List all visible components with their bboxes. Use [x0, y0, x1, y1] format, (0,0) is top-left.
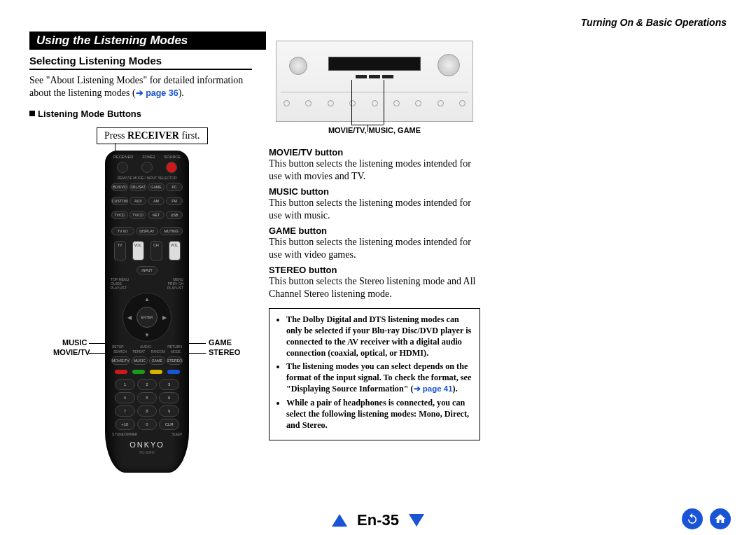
stereo-heading: STEREO button: [269, 265, 480, 275]
rline2: [384, 80, 384, 125]
sl-pl-l: PLAYLIST: [111, 286, 127, 290]
callout-game: GAME: [209, 338, 232, 347]
n7: 7: [115, 405, 135, 417]
game-text: This button selects the listening modes …: [269, 236, 480, 260]
movie-tv-text: This button selects the listening modes …: [269, 158, 480, 182]
rt-source: SOURCE: [164, 155, 181, 159]
left-column: Selecting Listening Modes See "About Lis…: [29, 55, 252, 476]
receiver-divider: [281, 92, 468, 92]
r0c0: BD/DVD: [111, 183, 128, 191]
r1c2: AM: [148, 197, 164, 205]
rline3: [368, 125, 368, 132]
note-2: The listening modes you can select depen…: [286, 361, 472, 395]
knob-left: [289, 57, 307, 75]
color-blue: [167, 370, 180, 374]
press-bold: RECEIVER: [127, 130, 179, 141]
back-icon[interactable]: [682, 508, 703, 529]
br-l: S.TUNE/DIMMER: [112, 433, 137, 436]
remote-brand: ONKYO: [105, 436, 189, 449]
callout-music: MUSIC: [62, 338, 87, 347]
r2c1: TV/CD: [130, 211, 146, 219]
selecting-subheading: Selecting Listening Modes: [29, 55, 252, 70]
ml2: RANDOM: [151, 350, 165, 354]
input-btn: INPUT: [136, 266, 158, 275]
arrow-down-icon: ▼: [144, 332, 150, 338]
rt-receiver: RECEIVER: [113, 155, 133, 159]
r1c1: AUX: [130, 197, 146, 205]
vol-rocker-l: VOL: [132, 241, 144, 260]
page-link-41[interactable]: ➔ page 41: [414, 384, 453, 393]
n3: 3: [159, 379, 179, 390]
n10: +10: [115, 419, 135, 430]
lmb-label: Listening Mode Buttons: [38, 109, 141, 119]
r2c0: TV/CD: [111, 211, 128, 219]
music-heading: MUSIC button: [269, 186, 480, 197]
r0c1: CBL/SAT: [130, 183, 146, 191]
color-yellow: [150, 370, 162, 374]
sl-pl-r: PLAYLIST: [167, 286, 183, 290]
knob-right: [438, 54, 460, 76]
right-column: MOVIE/TV, MUSIC, GAME MOVIE/TV button Th…: [269, 41, 480, 440]
selector-label: REMOTE MODE / INPUT SELECTOR: [105, 176, 189, 180]
prev-page-icon[interactable]: [332, 514, 347, 527]
page-footer: En-35: [332, 511, 424, 529]
color-red: [115, 370, 127, 374]
color-green: [132, 370, 145, 374]
numpad: 123 456 789 +100CLR: [105, 376, 189, 433]
vol-rocker-r: VOL: [169, 241, 181, 260]
bd-return: RETURN: [167, 345, 182, 349]
note-3: While a pair of headphones is connected,…: [286, 398, 472, 431]
press-receiver-box: Press RECEIVER first.: [97, 127, 208, 144]
n4: 4: [115, 392, 135, 403]
music-text: This button selects the listening modes …: [269, 197, 480, 221]
btn-power: [166, 162, 177, 173]
square-bullet-icon: [29, 111, 35, 116]
n9: 9: [159, 405, 179, 417]
remote-body: RECEIVER ZONE2 SOURCE REMOTE MODE / INPU…: [105, 151, 189, 473]
r0c3: PC: [166, 183, 183, 191]
movie-tv-heading: MOVIE/TV button: [269, 147, 480, 158]
br-r: SLEEP: [172, 433, 182, 436]
dpad: ▲ ▼ ◀ ▶ ENTER: [122, 293, 172, 342]
page-number: En-35: [357, 511, 399, 529]
bd-setup: SETUP: [112, 345, 124, 349]
n0: 0: [137, 419, 158, 430]
footer-icons: [682, 508, 731, 529]
mode-music: MUSIC: [132, 356, 148, 365]
page-link-36[interactable]: ➔ page 36: [136, 88, 178, 98]
mode-stereo: STEREO: [167, 356, 183, 365]
r0c2: GAME: [148, 183, 164, 191]
enter-btn: ENTER: [136, 307, 158, 328]
n6: 6: [159, 392, 179, 403]
n1: 1: [115, 379, 135, 390]
receiver-display: [328, 57, 421, 71]
btn-receiver: [117, 162, 128, 173]
rline1: [351, 80, 352, 125]
mode-game: GAME: [149, 356, 165, 365]
nclr: CLR: [159, 419, 179, 430]
ml0: SEARCH: [113, 350, 127, 354]
chapter-title: Turning On & Basic Operations: [581, 17, 727, 28]
r1c3: FM: [166, 197, 183, 205]
n5: 5: [137, 392, 158, 403]
notes-box: The Dolby Digital and DTS listening mode…: [269, 308, 480, 440]
next-page-icon[interactable]: [409, 514, 424, 527]
arrow-right-icon: ▶: [162, 314, 167, 321]
bd-audio: AUDIO: [140, 345, 151, 349]
n8: 8: [137, 405, 158, 417]
mid1: DISPLAY: [136, 227, 159, 235]
remote-model: RC-834M: [105, 449, 189, 454]
arrow-up-icon: ▲: [144, 296, 150, 303]
arrow-left-icon: ◀: [127, 314, 132, 321]
press-suffix: first.: [179, 130, 200, 141]
btn-zone2: [141, 162, 153, 173]
r2c3: USB: [166, 211, 183, 219]
home-icon[interactable]: [710, 508, 731, 529]
intro-text: See "About Listening Modes" for detailed…: [29, 74, 252, 99]
mode-movietv: MOVIE/TV: [111, 356, 130, 365]
stereo-text: This button selects the Stereo listening…: [269, 275, 480, 300]
ch-rocker: CH: [150, 241, 162, 260]
game-heading: GAME button: [269, 225, 480, 236]
note2b: ).: [453, 384, 458, 394]
receiver-callout: MOVIE/TV, MUSIC, GAME: [269, 126, 480, 134]
